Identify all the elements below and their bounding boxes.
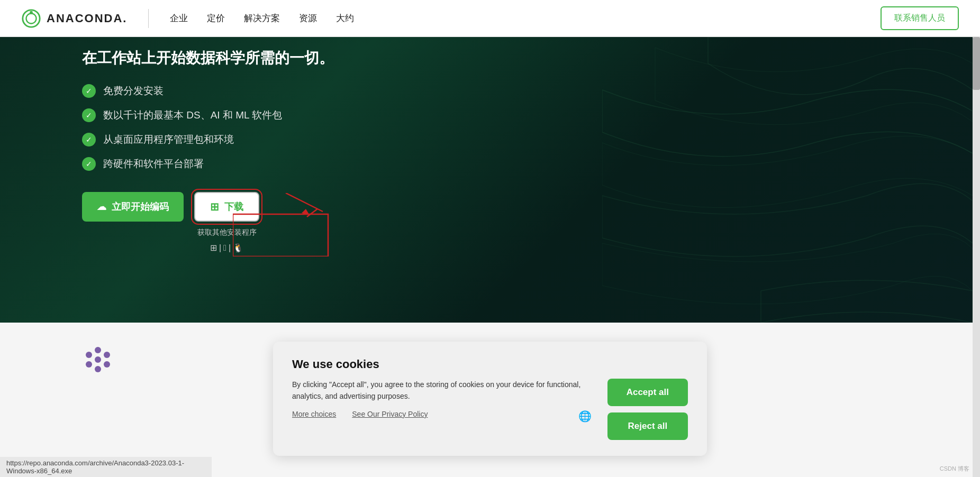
start-coding-label: 立即开始编码 [112, 200, 169, 213]
svg-point-6 [95, 356, 101, 363]
cloud-icon: ☁ [97, 201, 106, 213]
svg-point-2 [30, 11, 33, 14]
logo-area: ANACONDA. [21, 8, 127, 29]
download-wrapper: ⊞ 下载 获取其他安装程序 ⊞ |  | 🐧 [194, 192, 259, 253]
hero-buttons: ☁ 立即开始编码 ⊞ 下载 获取其他安装程序 ⊞ |  | 🐧 [82, 192, 334, 253]
accept-all-button[interactable]: Accept all [607, 379, 688, 406]
svg-point-12 [104, 361, 110, 368]
check-icon-3: ✓ [82, 133, 96, 146]
cookie-title: We use cookies [292, 357, 688, 371]
windows-icon: ⊞ [210, 243, 217, 253]
feature-item-4: ✓ 跨硬件和软件平台部署 [82, 157, 334, 171]
navbar: ANACONDA. 企业 定价 解决方案 资源 大约 联系销售人员 [0, 0, 980, 37]
privacy-policy-link[interactable]: See Our Privacy Policy [352, 410, 428, 423]
contact-sales-button[interactable]: 联系销售人员 [881, 6, 959, 30]
cookie-body: By clicking "Accept all", you agree to t… [292, 379, 688, 440]
platform-icons: ⊞ |  | 🐧 [210, 243, 243, 253]
nav-menu: 企业 定价 解决方案 资源 大约 [170, 12, 881, 24]
anaconda-logo-icon [21, 8, 41, 29]
feature-text-4: 跨硬件和软件平台部署 [103, 157, 204, 171]
hero-decoration [602, 37, 973, 323]
url-bar: https://repo.anaconda.com/archive/Anacon… [0, 457, 212, 477]
cookie-description: By clicking "Accept all", you agree to t… [292, 379, 592, 402]
hero-content: 在工作站上开始数据科学所需的一切。 ✓ 免费分发安装 ✓ 数以千计的最基本 DS… [82, 48, 334, 253]
feature-text-2: 数以千计的最基本 DS、AI 和 ML 软件包 [103, 108, 282, 122]
cookie-text-area: By clicking "Accept all", you agree to t… [292, 379, 592, 423]
feature-list: ✓ 免费分发安装 ✓ 数以千计的最基本 DS、AI 和 ML 软件包 ✓ 从桌面… [82, 84, 334, 171]
check-icon-1: ✓ [82, 84, 96, 98]
apple-icon:  [223, 243, 226, 253]
scrollbar-thumb[interactable] [973, 37, 980, 90]
cookie-buttons: Accept all Reject all [607, 379, 688, 440]
purple-logo-icon [82, 344, 114, 375]
svg-point-7 [95, 347, 101, 353]
feature-item-1: ✓ 免费分发安装 [82, 84, 334, 98]
bottom-logo [82, 344, 114, 375]
nav-solutions[interactable]: 解决方案 [244, 12, 280, 24]
svg-point-1 [26, 13, 37, 23]
svg-point-10 [104, 352, 110, 358]
check-icon-2: ✓ [82, 108, 96, 122]
start-coding-button[interactable]: ☁ 立即开始编码 [82, 192, 184, 222]
nav-enterprise[interactable]: 企业 [170, 12, 188, 24]
download-label: 下载 [224, 200, 243, 213]
nav-pricing[interactable]: 定价 [207, 12, 225, 24]
hero-title: 在工作站上开始数据科学所需的一切。 [82, 48, 334, 68]
check-icon-4: ✓ [82, 157, 96, 171]
nav-about[interactable]: 大约 [336, 12, 354, 24]
windows-icon-download: ⊞ [210, 200, 219, 213]
cookie-banner: We use cookies By clicking "Accept all",… [273, 342, 707, 456]
other-installers-label: 获取其他安装程序 [197, 228, 257, 237]
cookie-links: More choices See Our Privacy Policy 🌐 [292, 410, 592, 423]
svg-point-11 [86, 361, 92, 368]
feature-text-3: 从桌面应用程序管理包和环境 [103, 133, 234, 146]
download-button[interactable]: ⊞ 下载 [194, 192, 259, 222]
svg-point-8 [95, 366, 101, 372]
feature-item-3: ✓ 从桌面应用程序管理包和环境 [82, 133, 334, 146]
linux-icon: 🐧 [233, 243, 243, 253]
hero-section: 在工作站上开始数据科学所需的一切。 ✓ 免费分发安装 ✓ 数以千计的最基本 DS… [0, 37, 973, 323]
csdn-watermark: CSDN 博客 [940, 465, 969, 473]
logo-text: ANACONDA. [47, 12, 127, 25]
translate-icon[interactable]: 🌐 [578, 410, 592, 423]
nav-resources[interactable]: 资源 [299, 12, 317, 24]
scrollbar[interactable] [973, 37, 980, 477]
feature-text-1: 免费分发安装 [103, 84, 164, 98]
svg-point-9 [86, 352, 92, 358]
nav-divider [148, 9, 149, 28]
reject-all-button[interactable]: Reject all [607, 412, 688, 440]
more-choices-link[interactable]: More choices [292, 410, 336, 423]
feature-item-2: ✓ 数以千计的最基本 DS、AI 和 ML 软件包 [82, 108, 334, 122]
